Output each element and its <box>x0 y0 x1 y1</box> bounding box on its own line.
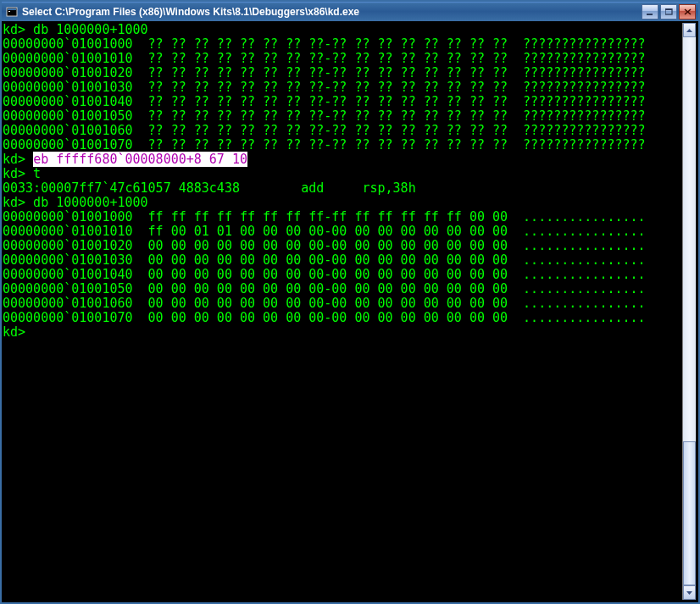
app-icon <box>5 5 19 19</box>
terminal: kd> db 1000000+1000 00000000`01001000 ??… <box>2 21 698 602</box>
titlebar[interactable]: Select C:\Program Files (x86)\Windows Ki… <box>2 2 698 21</box>
svg-rect-3 <box>647 14 653 15</box>
svg-marker-9 <box>686 591 692 595</box>
svg-rect-2 <box>8 11 10 12</box>
terminal-output[interactable]: kd> db 1000000+1000 00000000`01001000 ??… <box>3 23 682 600</box>
scroll-down-button[interactable] <box>683 585 696 600</box>
maximize-button[interactable] <box>660 4 677 19</box>
window-title: Select C:\Program Files (x86)\Windows Ki… <box>22 6 642 18</box>
scroll-track[interactable] <box>683 37 696 585</box>
svg-marker-8 <box>686 29 692 32</box>
scrollbar[interactable] <box>682 23 696 600</box>
svg-rect-5 <box>665 8 672 10</box>
app-window: Select C:\Program Files (x86)\Windows Ki… <box>0 0 700 604</box>
minimize-button[interactable] <box>642 4 658 19</box>
close-button[interactable] <box>679 4 696 19</box>
scroll-up-button[interactable] <box>683 23 696 37</box>
svg-rect-1 <box>8 8 16 10</box>
scroll-thumb[interactable] <box>683 441 696 585</box>
window-controls <box>642 4 696 19</box>
